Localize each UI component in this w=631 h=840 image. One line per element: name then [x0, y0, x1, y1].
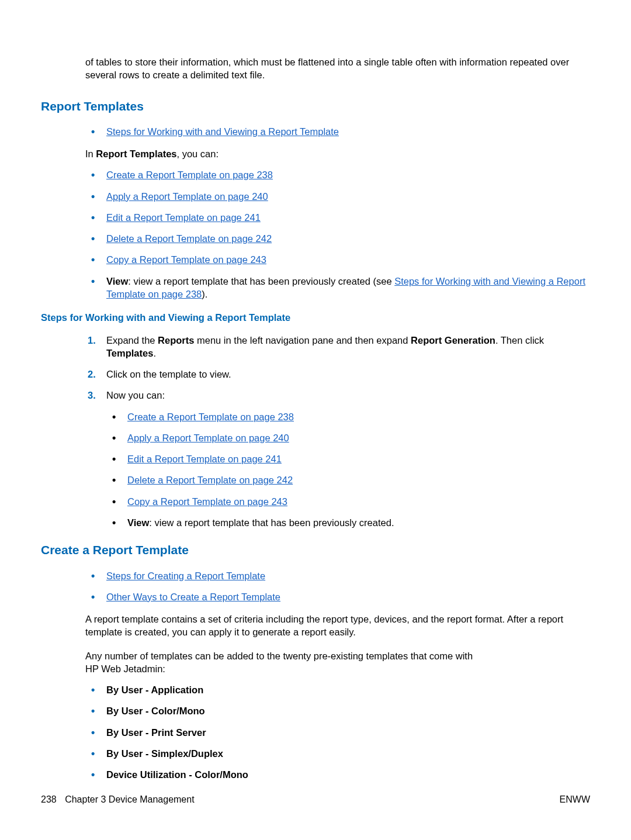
link-create-template[interactable]: Create a Report Template on page 238 — [106, 170, 273, 180]
list-item-view: View: view a report template that has be… — [85, 275, 590, 301]
nested-actions-list: Create a Report Template on page 238 App… — [106, 410, 590, 530]
text-bold: By User - Print Server — [106, 727, 206, 738]
text-bold: Report Templates — [96, 148, 176, 159]
list-item: Copy a Report Template on page 243 — [106, 495, 590, 508]
step-number: 3. — [88, 389, 96, 402]
link-delete-template[interactable]: Delete a Report Template on page 242 — [127, 475, 293, 485]
list-item: Edit a Report Template on page 241 — [106, 452, 590, 465]
link-create-template[interactable]: Create a Report Template on page 238 — [127, 412, 294, 422]
text: Expand the — [106, 335, 158, 345]
step-1: 1. Expand the Reports menu in the left n… — [85, 334, 590, 360]
list-item: By User - Application — [85, 683, 590, 696]
link-copy-template[interactable]: Copy a Report Template on page 243 — [106, 254, 266, 265]
page-footer: 238 Chapter 3 Device Management ENWW — [41, 793, 590, 806]
text: . — [153, 348, 156, 358]
list-item: Apply a Report Template on page 240 — [106, 431, 590, 444]
text: menu in the left navigation pane and the… — [194, 335, 411, 345]
list-item: Apply a Report Template on page 240 — [85, 190, 590, 203]
text-bold: Reports — [158, 335, 194, 345]
subsection-body: 1. Expand the Reports menu in the left n… — [85, 334, 590, 530]
step-number: 2. — [88, 368, 96, 381]
top-link-list: Steps for Working with and Viewing a Rep… — [85, 125, 590, 138]
text: Now you can: — [106, 390, 165, 400]
section-create-template: Steps for Creating a Report Template Oth… — [85, 569, 590, 782]
paragraph: A report template contains a set of crit… — [85, 613, 590, 639]
preexisting-templates-list: By User - Application By User - Color/Mo… — [85, 683, 590, 781]
footer-right: ENWW — [560, 793, 590, 806]
text: , you can: — [177, 148, 219, 159]
template-actions-list: Create a Report Template on page 238 App… — [85, 168, 590, 300]
list-item: Copy a Report Template on page 243 — [85, 253, 590, 266]
list-item: Create a Report Template on page 238 — [106, 410, 590, 423]
link-other-ways-create[interactable]: Other Ways to Create a Report Template — [106, 592, 280, 602]
steps-list: 1. Expand the Reports menu in the left n… — [85, 334, 590, 530]
step-2: 2. Click on the template to view. — [85, 368, 590, 381]
link-steps-create-template[interactable]: Steps for Creating a Report Template — [106, 571, 265, 581]
view-close: ). — [202, 289, 207, 299]
text-bold: By User - Color/Mono — [106, 706, 205, 716]
link-edit-template[interactable]: Edit a Report Template on page 241 — [127, 454, 282, 464]
view-text: : view a report template that has been p… — [149, 517, 394, 528]
list-item: Delete a Report Template on page 242 — [85, 232, 590, 245]
text: . Then click — [495, 335, 544, 345]
list-item-view: View: view a report template that has be… — [106, 516, 590, 529]
section-report-templates: Steps for Working with and Viewing a Rep… — [85, 125, 590, 300]
heading-create-template: Create a Report Template — [41, 542, 590, 558]
text-bold: Device Utilization - Color/Mono — [106, 769, 248, 780]
view-label: View — [106, 276, 128, 286]
intro-line: In Report Templates, you can: — [85, 147, 590, 160]
text: HP Web Jetadmin: — [85, 663, 165, 674]
link-copy-template[interactable]: Copy a Report Template on page 243 — [127, 496, 287, 507]
list-item: Steps for Working with and Viewing a Rep… — [85, 125, 590, 138]
link-edit-template[interactable]: Edit a Report Template on page 241 — [106, 212, 261, 223]
heading-steps-view-template: Steps for Working with and Viewing a Rep… — [41, 311, 590, 324]
text: Click on the template to view. — [106, 369, 231, 379]
text-bold: Report Generation — [411, 335, 495, 345]
intro-continuation: of tables to store their information, wh… — [85, 56, 590, 82]
text-bold: Templates — [106, 348, 153, 358]
list-item: Delete a Report Template on page 242 — [106, 473, 590, 486]
list-item: By User - Print Server — [85, 726, 590, 739]
top-link-list-2: Steps for Creating a Report Template Oth… — [85, 569, 590, 604]
view-text: : view a report template that has been p… — [128, 276, 394, 286]
step-3: 3. Now you can: Create a Report Template… — [85, 389, 590, 529]
page-number: 238 — [41, 794, 57, 804]
list-item: Steps for Creating a Report Template — [85, 569, 590, 582]
list-item: By User - Color/Mono — [85, 704, 590, 717]
chapter-label: Chapter 3 Device Management — [65, 794, 194, 804]
list-item: Create a Report Template on page 238 — [85, 168, 590, 181]
view-label: View — [127, 517, 149, 528]
list-item: By User - Simplex/Duplex — [85, 747, 590, 760]
text: In — [85, 148, 96, 159]
link-apply-template[interactable]: Apply a Report Template on page 240 — [127, 433, 289, 443]
heading-report-templates: Report Templates — [41, 98, 590, 115]
list-item: Edit a Report Template on page 241 — [85, 211, 590, 224]
text: Any number of templates can be added to … — [85, 651, 473, 661]
link-steps-view-template[interactable]: Steps for Working with and Viewing a Rep… — [106, 126, 339, 137]
footer-left: 238 Chapter 3 Device Management — [41, 793, 195, 806]
list-item: Device Utilization - Color/Mono — [85, 768, 590, 781]
paragraph: Any number of templates can be added to … — [85, 649, 590, 676]
page: of tables to store their information, wh… — [0, 0, 631, 840]
text-bold: By User - Application — [106, 685, 203, 695]
list-item: Other Ways to Create a Report Template — [85, 590, 590, 603]
step-number: 1. — [88, 334, 96, 347]
link-delete-template[interactable]: Delete a Report Template on page 242 — [106, 233, 272, 244]
link-apply-template[interactable]: Apply a Report Template on page 240 — [106, 191, 268, 202]
intro-paragraph: of tables to store their information, wh… — [85, 56, 590, 82]
text-bold: By User - Simplex/Duplex — [106, 748, 223, 759]
